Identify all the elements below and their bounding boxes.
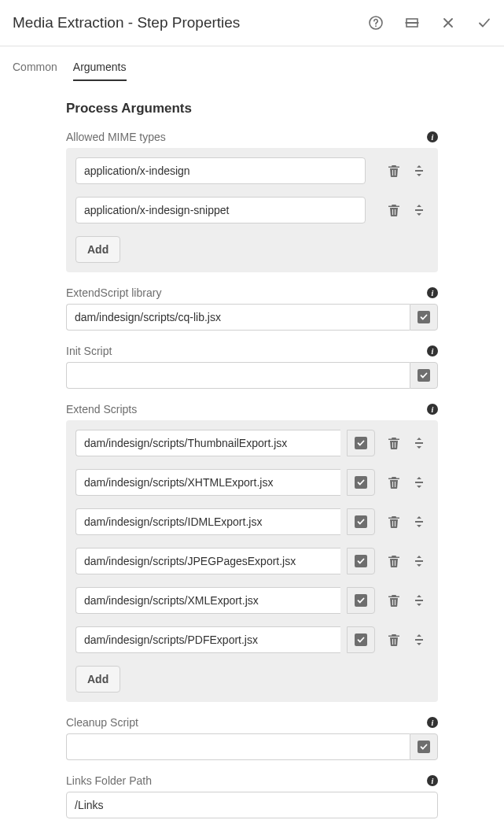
checkbox[interactable] [355,594,367,607]
checkbox[interactable] [418,311,430,323]
init-script-field [66,362,438,389]
dialog-title: Media Extraction - Step Properties [13,14,240,31]
init-script-input[interactable] [66,362,410,389]
section-title: Process Arguments [66,101,438,116]
script-row [75,508,429,535]
trash-icon[interactable] [384,512,403,531]
extendscript-library-field [66,304,438,331]
move-icon[interactable] [410,201,429,220]
tab-common[interactable]: Common [13,54,57,81]
checkbox[interactable] [418,741,430,753]
checkbox-wrap [347,430,375,456]
checkbox-wrap [347,548,375,574]
mime-row [75,157,429,184]
add-script-button[interactable]: Add [75,666,120,693]
checkbox-wrap [410,304,438,331]
tab-arguments[interactable]: Arguments [73,54,127,81]
label-cleanup-script: Cleanup Script [66,716,138,729]
move-icon[interactable] [410,434,429,452]
extendscript-library-input[interactable] [66,304,410,331]
close-icon[interactable] [441,16,455,30]
script-input[interactable] [75,587,340,614]
field-label-row-mime: Allowed MIME types i [66,131,438,143]
cleanup-script-input[interactable] [66,733,410,760]
fullscreen-icon[interactable] [405,16,419,30]
move-icon[interactable] [410,473,429,492]
trash-icon[interactable] [384,161,403,180]
trash-icon[interactable] [384,434,403,452]
move-icon[interactable] [410,512,429,531]
checkbox-wrap [410,362,438,389]
mime-row [75,197,429,223]
field-label-row-cleanup: Cleanup Script i [66,716,438,729]
cleanup-script-field [66,733,438,760]
checkbox[interactable] [355,437,367,449]
help-icon[interactable] [369,16,383,30]
confirm-icon[interactable] [477,16,491,30]
move-icon[interactable] [410,161,429,180]
svg-point-1 [375,25,377,27]
checkbox[interactable] [355,555,367,567]
label-links-folder-path: Links Folder Path [66,774,152,787]
svg-rect-3 [406,22,419,24]
trash-icon[interactable] [384,473,403,492]
allowed-mime-multifield: Add [66,148,438,272]
field-label-row-links: Links Folder Path i [66,774,438,787]
info-icon[interactable]: i [427,717,438,728]
move-icon[interactable] [410,552,429,571]
label-extend-scripts: Extend Scripts [66,403,137,416]
field-label-row-scripts: Extend Scripts i [66,403,438,416]
trash-icon[interactable] [384,201,403,220]
script-input[interactable] [75,469,340,496]
checkbox[interactable] [355,633,367,646]
script-row [75,430,429,456]
move-icon[interactable] [410,630,429,649]
info-icon[interactable]: i [427,404,438,415]
label-init-script: Init Script [66,345,112,357]
checkbox-wrap [347,587,375,614]
script-input[interactable] [75,626,340,653]
script-row [75,469,429,496]
script-input[interactable] [75,508,340,535]
tab-bar: Common Arguments [0,54,504,82]
script-row [75,548,429,574]
field-label-row-init: Init Script i [66,345,438,357]
script-input[interactable] [75,548,340,574]
links-folder-path-input[interactable] [66,792,438,818]
checkbox[interactable] [418,369,430,382]
info-icon[interactable]: i [427,775,438,786]
field-label-row-lib: ExtendScript library i [66,286,438,299]
label-allowed-mime: Allowed MIME types [66,131,166,143]
info-icon[interactable]: i [427,345,438,356]
dialog-header: Media Extraction - Step Properties [0,0,504,46]
add-mime-button[interactable]: Add [75,236,120,263]
trash-icon[interactable] [384,591,403,610]
checkbox-wrap [347,626,375,653]
info-icon[interactable]: i [427,131,438,142]
header-actions [369,16,491,30]
move-icon[interactable] [410,591,429,610]
checkbox-wrap [347,469,375,496]
mime-input[interactable] [75,157,366,184]
info-icon[interactable]: i [427,287,438,298]
checkbox-wrap [347,508,375,535]
extend-scripts-multifield: Add [66,420,438,702]
checkbox-wrap [410,733,438,760]
trash-icon[interactable] [384,630,403,649]
mime-input[interactable] [75,197,366,223]
script-row [75,626,429,653]
checkbox[interactable] [355,515,367,528]
label-extendscript-library: ExtendScript library [66,286,161,299]
content-area: Process Arguments Allowed MIME types i [0,101,504,820]
script-input[interactable] [75,430,340,456]
script-row [75,587,429,614]
checkbox[interactable] [355,476,367,489]
trash-icon[interactable] [384,552,403,571]
